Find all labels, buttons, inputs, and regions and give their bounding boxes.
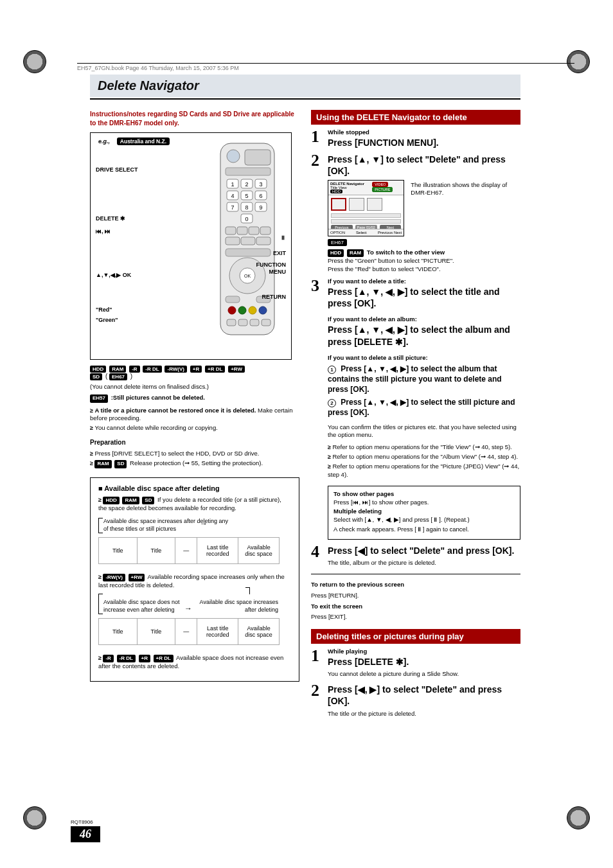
- svg-point-40: [259, 306, 267, 314]
- return-exit-block: To return to the previous screen Press […: [311, 574, 520, 621]
- remote-diagram: e.g., Australia and N.Z.: [90, 132, 292, 360]
- step-num: 3: [311, 278, 328, 294]
- region-chip: Australia and N.Z.: [117, 137, 170, 145]
- warn-line: You cannot delete while recording or cop…: [90, 424, 299, 432]
- svg-rect-3: [226, 168, 271, 175]
- chip: SD: [90, 373, 102, 380]
- page-number: 46: [71, 826, 100, 842]
- step-num: 1: [311, 128, 328, 145]
- chip: -R: [103, 655, 113, 663]
- tip-p2: Select with [▲, ▼, ◀, ▶] and press [⏸]. …: [333, 516, 515, 524]
- prep-item: Press [DRIVE SELECT] to select the HDD, …: [90, 450, 299, 458]
- cell: Title: [99, 538, 138, 563]
- cell: Title: [99, 619, 138, 644]
- switch-l1: Press the "Green" button to select "PICT…: [328, 257, 454, 264]
- svg-text:0: 0: [245, 216, 248, 222]
- exit-text: Press [EXIT].: [311, 613, 520, 621]
- rqt-code: RQT8906: [71, 819, 100, 825]
- step3-sub: If you want to delete a title:: [328, 278, 520, 285]
- play2-main: Press [◀, ▶] to select "Delete" and pres…: [328, 684, 520, 707]
- svg-rect-25: [237, 227, 247, 235]
- page-footer: RQT8906 46: [71, 819, 100, 842]
- step-num: 2: [311, 682, 328, 699]
- step1-main: Press [FUNCTION MENU].: [328, 137, 520, 148]
- svg-rect-41: [227, 319, 236, 326]
- step3-main: Press [▲, ▼, ◀, ▶] to select the title a…: [328, 286, 520, 309]
- svg-rect-31: [226, 249, 271, 256]
- tip-t2: Multiple deleting: [333, 508, 515, 515]
- step3-main2: Press [▲, ▼, ◀, ▶] to select the album a…: [328, 324, 520, 347]
- list-item: HDD RAM SD If you delete a recorded titl…: [98, 496, 291, 513]
- sd-drive-note: Instructions/notes regarding SD Cards an…: [90, 110, 299, 127]
- section-title-during-play: Deleting titles or pictures during play: [311, 629, 520, 644]
- step3-c2: Press [▲, ▼, ◀, ▶] to select the still p…: [328, 398, 515, 417]
- svg-text:5: 5: [245, 193, 248, 199]
- svg-text:6: 6: [259, 193, 262, 199]
- switch-bold: To switch to the other view: [367, 249, 445, 256]
- exit-title: To exit the screen: [311, 603, 520, 611]
- switch-view-block: HDD RAM To switch to the other view Pres…: [328, 249, 520, 274]
- cell: Available disc space: [238, 538, 279, 563]
- step3-c1: Press [▲, ▼, ◀, ▶] to select the album t…: [328, 364, 502, 394]
- step-2: 2 Press [▲, ▼] to select "Delete" and pr…: [311, 152, 520, 274]
- step-num: 4: [311, 544, 328, 560]
- label-exit: EXIT: [273, 250, 286, 256]
- arrow-icon: →: [184, 604, 192, 613]
- svg-point-39: [249, 306, 256, 314]
- ref: Refer to option menu operations for the …: [328, 463, 520, 479]
- chip: -R: [129, 366, 139, 373]
- scr-option: OPTION: [330, 231, 345, 235]
- warn-line: A title or a picture cannot be restored …: [90, 407, 299, 423]
- svg-rect-35: [226, 296, 240, 303]
- disc-space-title: Available disc space after deleting: [98, 484, 291, 492]
- strip-a: Title Title — Last title recorded Availa…: [98, 537, 280, 564]
- page: Delete Navigator Instructions/notes rega…: [90, 75, 520, 718]
- chip: RAM: [94, 460, 111, 468]
- label-delete: DELETE ✱: [96, 215, 125, 222]
- play-step-1: 1 While playing Press [DELETE ✱]. You ca…: [311, 648, 520, 678]
- cell: Title: [138, 538, 176, 563]
- play1-sub: While playing: [328, 648, 520, 655]
- scr-foot-prev: Previous: [378, 231, 393, 235]
- chip: HDD: [90, 366, 106, 373]
- disc-space-box: Available disc space after deleting HDD …: [90, 477, 299, 682]
- chip: -RW(V): [164, 366, 187, 373]
- ret-title: To return to the previous screen: [311, 581, 520, 589]
- play-step-2: 2 Press [◀, ▶] to select "Delete" and pr…: [311, 682, 520, 718]
- chip: -RW(V): [103, 574, 125, 582]
- step1-sub: While stopped: [328, 128, 520, 136]
- tip-p3: A check mark appears. Press [⏸] again to…: [333, 526, 515, 534]
- svg-text:2: 2: [245, 181, 248, 188]
- chip: RAM: [122, 497, 139, 505]
- label-drive-select: DRIVE SELECT: [96, 166, 141, 173]
- left-column: Instructions/notes regarding SD Cards an…: [90, 110, 299, 718]
- cell: Title: [138, 619, 176, 644]
- thumb: [367, 198, 382, 211]
- cropmark-br: [567, 806, 590, 829]
- play1-after: You cannot delete a picture during a Sli…: [328, 670, 520, 678]
- svg-rect-28: [226, 237, 240, 245]
- step-num: 1: [311, 648, 328, 664]
- svg-rect-30: [256, 237, 271, 245]
- chip: -R DL: [117, 655, 136, 663]
- book-header-text: EH57_67GN.book Page 46 Thursday, March 1…: [77, 65, 239, 71]
- page-title: Delete Navigator: [98, 78, 199, 93]
- step4-after: The title, album or the picture is delet…: [328, 559, 520, 567]
- svg-rect-44: [262, 319, 271, 326]
- disc-point-2: -RW(V) +RW Available recording space inc…: [98, 573, 291, 590]
- svg-point-37: [228, 306, 236, 314]
- svg-text:7: 7: [231, 204, 234, 211]
- scr-title-right: Title View: [330, 186, 347, 190]
- play1-main: Press [DELETE ✱].: [328, 656, 520, 668]
- chip: RAM: [109, 366, 126, 373]
- media-chips: HDD RAM -R -R DL -RW(V) +R +R DL +RW SD …: [90, 365, 299, 380]
- step-4: 4 Press [◀] to select "Delete" and press…: [311, 544, 520, 567]
- svg-rect-43: [250, 319, 259, 326]
- label-return: RETURN: [262, 294, 287, 300]
- svg-text:3: 3: [259, 181, 262, 188]
- chip: +RW: [129, 574, 145, 582]
- warnings: A title or a picture cannot be restored …: [90, 407, 299, 432]
- circled-1: 1: [328, 366, 336, 374]
- chip: +R: [139, 655, 150, 663]
- chip: EH57: [90, 394, 108, 403]
